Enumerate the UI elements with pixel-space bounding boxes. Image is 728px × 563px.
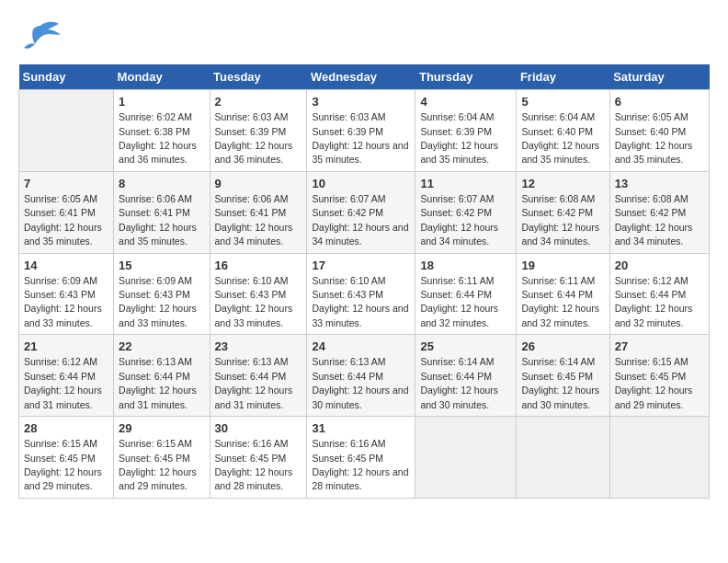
daylight-text: Daylight: 12 hours and 30 minutes. [420, 385, 498, 409]
daylight-text: Daylight: 12 hours and 35 minutes. [521, 140, 599, 165]
daylight-text: Daylight: 12 hours and 32 minutes. [615, 303, 693, 327]
day-number: 20 [615, 259, 628, 272]
sunset-text: Sunset: 6:43 PM [24, 289, 96, 300]
calendar-cell: 29 Sunrise: 6:15 AM Sunset: 6:45 PM Dayl… [114, 417, 210, 499]
day-number: 15 [119, 259, 131, 272]
sunset-text: Sunset: 6:38 PM [119, 126, 190, 137]
calendar-cell [19, 90, 114, 172]
daylight-text: Daylight: 12 hours and 28 minutes. [312, 466, 408, 491]
calendar-cell: 11 Sunrise: 6:07 AM Sunset: 6:42 PM Dayl… [415, 171, 517, 253]
weekday-header-row: SundayMondayTuesdayWednesdayThursdayFrid… [19, 64, 710, 90]
calendar-cell [517, 417, 609, 499]
sunset-text: Sunset: 6:39 PM [312, 126, 383, 137]
sunset-text: Sunset: 6:45 PM [312, 453, 383, 464]
daylight-text: Daylight: 12 hours and 33 minutes. [312, 303, 408, 327]
daylight-text: Daylight: 12 hours and 34 minutes. [420, 222, 498, 247]
sunset-text: Sunset: 6:44 PM [420, 289, 492, 300]
day-number: 21 [24, 339, 37, 353]
day-number: 29 [119, 421, 131, 435]
weekday-header-saturday: Saturday [609, 64, 709, 90]
day-number: 6 [615, 95, 621, 109]
sunset-text: Sunset: 6:42 PM [312, 207, 383, 218]
day-number: 22 [119, 339, 131, 353]
calendar-cell: 23 Sunrise: 6:13 AM Sunset: 6:44 PM Dayl… [210, 335, 307, 417]
day-number: 3 [312, 95, 318, 109]
sunset-text: Sunset: 6:42 PM [420, 207, 492, 218]
calendar-cell: 28 Sunrise: 6:15 AM Sunset: 6:45 PM Dayl… [19, 417, 114, 499]
daylight-text: Daylight: 12 hours and 32 minutes. [521, 303, 599, 327]
sunrise-text: Sunrise: 6:14 AM [420, 356, 494, 367]
day-number: 18 [420, 259, 433, 272]
sunrise-text: Sunrise: 6:04 AM [420, 111, 494, 122]
calendar-cell: 20 Sunrise: 6:12 AM Sunset: 6:44 PM Dayl… [609, 253, 709, 335]
day-number: 8 [119, 177, 125, 190]
sunrise-text: Sunrise: 6:08 AM [521, 193, 595, 204]
sunset-text: Sunset: 6:42 PM [521, 207, 593, 218]
day-number: 30 [215, 421, 228, 435]
calendar-cell: 12 Sunrise: 6:08 AM Sunset: 6:42 PM Dayl… [517, 171, 609, 253]
calendar-cell: 6 Sunrise: 6:05 AM Sunset: 6:40 PM Dayli… [609, 90, 709, 172]
daylight-text: Daylight: 12 hours and 34 minutes. [312, 222, 408, 247]
calendar-cell: 16 Sunrise: 6:10 AM Sunset: 6:43 PM Dayl… [210, 253, 307, 335]
day-number: 28 [24, 421, 37, 435]
daylight-text: Daylight: 12 hours and 34 minutes. [521, 222, 599, 247]
calendar-cell: 18 Sunrise: 6:11 AM Sunset: 6:44 PM Dayl… [415, 253, 517, 335]
calendar-cell: 13 Sunrise: 6:08 AM Sunset: 6:42 PM Dayl… [609, 171, 709, 253]
sunrise-text: Sunrise: 6:12 AM [615, 275, 688, 286]
sunrise-text: Sunrise: 6:11 AM [521, 275, 595, 286]
day-number: 7 [24, 177, 30, 190]
calendar-cell [609, 417, 709, 499]
sunrise-text: Sunrise: 6:08 AM [615, 193, 688, 204]
sunrise-text: Sunrise: 6:13 AM [215, 356, 289, 367]
daylight-text: Daylight: 12 hours and 33 minutes. [215, 303, 293, 327]
calendar-cell: 4 Sunrise: 6:04 AM Sunset: 6:39 PM Dayli… [415, 90, 517, 172]
sunrise-text: Sunrise: 6:10 AM [215, 275, 289, 286]
daylight-text: Daylight: 12 hours and 35 minutes. [24, 222, 102, 247]
sunrise-text: Sunrise: 6:05 AM [24, 193, 97, 204]
calendar-cell: 19 Sunrise: 6:11 AM Sunset: 6:44 PM Dayl… [517, 253, 609, 335]
day-number: 2 [215, 95, 222, 109]
day-number: 17 [312, 259, 324, 272]
sunrise-text: Sunrise: 6:15 AM [615, 356, 688, 367]
calendar-table: SundayMondayTuesdayWednesdayThursdayFrid… [18, 64, 710, 499]
calendar-week-2: 7 Sunrise: 6:05 AM Sunset: 6:41 PM Dayli… [19, 171, 710, 253]
calendar-cell: 8 Sunrise: 6:06 AM Sunset: 6:41 PM Dayli… [114, 171, 210, 253]
sunrise-text: Sunrise: 6:14 AM [521, 356, 595, 367]
day-number: 26 [521, 339, 534, 353]
weekday-header-tuesday: Tuesday [210, 64, 307, 90]
daylight-text: Daylight: 12 hours and 32 minutes. [420, 303, 498, 327]
daylight-text: Daylight: 12 hours and 30 minutes. [312, 385, 408, 409]
day-number: 14 [24, 259, 37, 272]
logo-icon [18, 18, 63, 55]
calendar-cell [415, 417, 517, 499]
sunset-text: Sunset: 6:41 PM [119, 207, 190, 218]
sunrise-text: Sunrise: 6:16 AM [312, 438, 385, 449]
daylight-text: Daylight: 12 hours and 28 minutes. [215, 466, 293, 491]
sunset-text: Sunset: 6:44 PM [119, 371, 190, 382]
sunrise-text: Sunrise: 6:04 AM [521, 111, 595, 122]
sunrise-text: Sunrise: 6:06 AM [215, 193, 289, 204]
sunset-text: Sunset: 6:45 PM [215, 453, 287, 464]
sunrise-text: Sunrise: 6:16 AM [215, 438, 289, 449]
sunrise-text: Sunrise: 6:10 AM [312, 275, 385, 286]
day-number: 19 [521, 259, 534, 272]
sunset-text: Sunset: 6:43 PM [312, 289, 383, 300]
calendar-cell: 17 Sunrise: 6:10 AM Sunset: 6:43 PM Dayl… [307, 253, 415, 335]
daylight-text: Daylight: 12 hours and 35 minutes. [615, 140, 693, 165]
calendar-cell: 22 Sunrise: 6:13 AM Sunset: 6:44 PM Dayl… [114, 335, 210, 417]
daylight-text: Daylight: 12 hours and 31 minutes. [215, 385, 293, 409]
calendar-cell: 1 Sunrise: 6:02 AM Sunset: 6:38 PM Dayli… [114, 90, 210, 172]
weekday-header-friday: Friday [517, 64, 609, 90]
sunrise-text: Sunrise: 6:09 AM [24, 275, 97, 286]
daylight-text: Daylight: 12 hours and 29 minutes. [24, 466, 102, 491]
logo [18, 18, 66, 55]
sunset-text: Sunset: 6:42 PM [615, 207, 687, 218]
daylight-text: Daylight: 12 hours and 30 minutes. [521, 385, 599, 409]
sunrise-text: Sunrise: 6:09 AM [119, 275, 192, 286]
sunrise-text: Sunrise: 6:06 AM [119, 193, 192, 204]
daylight-text: Daylight: 12 hours and 36 minutes. [215, 140, 293, 165]
sunrise-text: Sunrise: 6:03 AM [312, 111, 385, 122]
calendar-cell: 27 Sunrise: 6:15 AM Sunset: 6:45 PM Dayl… [609, 335, 709, 417]
calendar-cell: 9 Sunrise: 6:06 AM Sunset: 6:41 PM Dayli… [210, 171, 307, 253]
sunset-text: Sunset: 6:44 PM [420, 371, 492, 382]
